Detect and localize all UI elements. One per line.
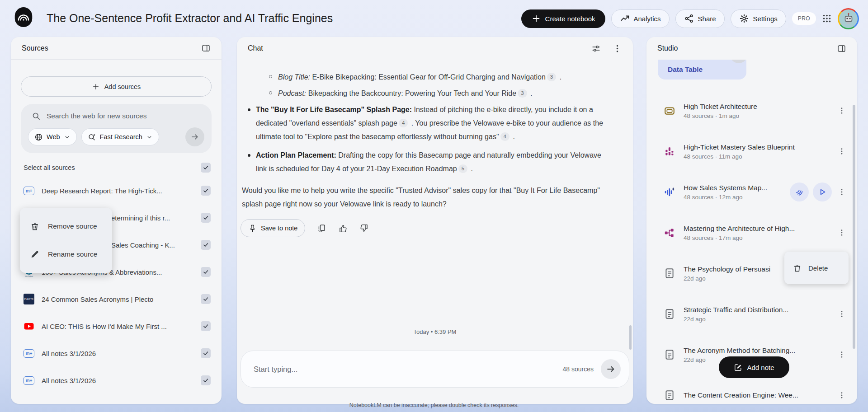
expand-panel-icon[interactable]: [837, 44, 846, 53]
trash-icon: [30, 221, 40, 231]
copy-icon[interactable]: [317, 224, 326, 233]
citation-badge[interactable]: 3: [547, 73, 556, 81]
plus-icon: [92, 83, 100, 91]
share-icon: [684, 14, 694, 23]
web-search-card: Web Fast Research: [21, 104, 212, 153]
source-row[interactable]: AI CEO: THIS is How I'd Make My First ..…: [11, 313, 222, 340]
fast-research-dropdown[interactable]: Fast Research: [81, 128, 159, 145]
source-checkbox[interactable]: [201, 240, 211, 250]
source-checkbox[interactable]: [201, 186, 211, 196]
mplus-source-icon: m+: [24, 348, 34, 359]
studio-delete-menu-item[interactable]: Delete: [784, 252, 849, 284]
add-sources-button[interactable]: Add sources: [21, 76, 212, 97]
arrow-right-icon: [190, 132, 199, 141]
studio-item-row[interactable]: Strategic Traffic and Distribution...22d…: [646, 294, 857, 334]
source-checkbox[interactable]: [201, 321, 211, 331]
source-checkbox[interactable]: [201, 375, 211, 385]
source-context-menu: Remove source Rename source: [20, 208, 112, 273]
tune-icon[interactable]: [591, 44, 601, 53]
studio-chip-zone: Data Table: [646, 60, 857, 87]
source-title: All notes 3/1/2026: [42, 350, 193, 357]
plecto-source-icon: PLECTO: [24, 294, 34, 304]
studio-item-row[interactable]: The Content Creation Engine: Wee...: [646, 375, 857, 404]
citation-badge[interactable]: 3: [518, 89, 527, 98]
studio-scrollbar[interactable]: [853, 105, 855, 349]
app-header: The One-Sentence Profit Extractor and AI…: [0, 0, 868, 37]
interactive-mode-button[interactable]: [790, 183, 809, 201]
save-to-note-button[interactable]: Save to note: [241, 219, 305, 237]
thumbs-down-icon[interactable]: [359, 224, 369, 233]
collapse-panel-icon[interactable]: [201, 43, 211, 53]
studio-item-menu-button[interactable]: [837, 107, 846, 115]
settings-button[interactable]: Settings: [731, 9, 786, 28]
remove-source-menu-item[interactable]: Remove source: [20, 212, 112, 240]
mindmap-icon: [664, 227, 675, 239]
play-audio-button[interactable]: [813, 183, 832, 201]
send-message-button[interactable]: [601, 359, 621, 379]
chat-panel: Chat Blog Title: E-Bike Bikepacking: Ess…: [237, 37, 633, 404]
sources-panel-title: Sources: [22, 44, 48, 52]
bullet-marker: [242, 149, 256, 176]
citation-badge[interactable]: 4: [500, 132, 509, 141]
chat-panel-title: Chat: [248, 44, 263, 52]
studio-item-row[interactable]: How Sales Systems Map...48 sources · 12m…: [646, 172, 857, 212]
source-title: All notes 3/1/2026: [42, 377, 193, 384]
source-row[interactable]: m+Deep Research Report: The High-Tick...: [11, 177, 222, 204]
avatar[interactable]: [838, 8, 859, 29]
search-input[interactable]: [47, 112, 204, 120]
report-icon: [664, 308, 675, 320]
more-vert-icon[interactable]: [613, 44, 622, 53]
globe-icon: [34, 133, 43, 141]
citation-badge[interactable]: 4: [399, 119, 408, 127]
studio-item-title: The Acronym Method for Batching...: [684, 346, 837, 355]
source-checkbox[interactable]: [201, 294, 211, 304]
chat-scrollbar[interactable]: [629, 325, 632, 350]
studio-item-row[interactable]: High-Ticket Mastery Sales Blueprint48 so…: [646, 131, 857, 172]
web-source-dropdown[interactable]: Web: [28, 128, 77, 145]
studio-item-menu-button[interactable]: [837, 147, 846, 155]
source-checkbox[interactable]: [201, 213, 211, 223]
data-table-chip[interactable]: Data Table: [658, 60, 746, 80]
share-button[interactable]: Share: [675, 9, 725, 28]
thumbs-up-icon[interactable]: [338, 224, 348, 233]
create-notebook-button[interactable]: Create notebook: [521, 9, 605, 28]
rename-source-menu-item[interactable]: Rename source: [20, 240, 112, 268]
studio-item-menu-button[interactable]: [837, 229, 846, 237]
mplus-source-icon: m+: [24, 375, 34, 386]
studio-item-row[interactable]: Mastering the Architecture of High...48 …: [646, 212, 857, 253]
studio-panel-title: Studio: [657, 44, 678, 52]
trash-icon: [793, 263, 802, 273]
arrow-right-icon: [606, 364, 616, 374]
chat-input[interactable]: [254, 365, 563, 374]
search-icon: [32, 112, 41, 121]
trending-up-icon: [620, 14, 630, 23]
studio-item-menu-button[interactable]: [837, 188, 846, 196]
svg-text:Sales Playbook: Sales Playbook: [25, 276, 33, 277]
citation-badge[interactable]: 5: [458, 164, 467, 173]
analytics-button[interactable]: Analytics: [611, 9, 670, 28]
search-submit-button[interactable]: [185, 127, 204, 146]
studio-item-menu-button[interactable]: [837, 351, 846, 359]
source-row[interactable]: PLECTO24 Common Sales Acronyms | Plecto: [11, 286, 222, 313]
apps-grid-icon[interactable]: [822, 14, 832, 23]
add-note-button[interactable]: Add note: [719, 356, 789, 378]
studio-item-meta: 48 sources · 11m ago: [684, 153, 837, 160]
chat-bullet-item: Podcast: Bikepacking the Backcountry: Po…: [269, 87, 604, 100]
source-checkbox[interactable]: [201, 348, 211, 358]
source-row[interactable]: m+All notes 3/1/2026: [11, 367, 222, 394]
source-checkbox[interactable]: [201, 267, 211, 277]
source-row[interactable]: m+All notes 3/1/2026: [11, 340, 222, 367]
source-title: 24 Common Sales Acronyms | Plecto: [42, 295, 193, 303]
studio-item-menu-button[interactable]: [837, 310, 846, 318]
audio-icon: [664, 186, 675, 198]
source-title: Sales Coaching - K...: [111, 241, 193, 249]
bullet-marker: [269, 87, 278, 100]
studio-item-menu-button[interactable]: [837, 391, 846, 399]
search-sparkle-icon: [88, 133, 96, 141]
studio-item-title: Strategic Traffic and Distribution...: [684, 306, 837, 314]
select-all-checkbox[interactable]: [201, 163, 211, 173]
studio-item-title: The Content Creation Engine: Wee...: [684, 391, 837, 399]
studio-item-row[interactable]: High Ticket Architecture48 sources · 1m …: [646, 90, 857, 131]
notebook-title[interactable]: The One-Sentence Profit Extractor and AI…: [47, 12, 333, 25]
chevron-down-icon: [64, 134, 71, 140]
